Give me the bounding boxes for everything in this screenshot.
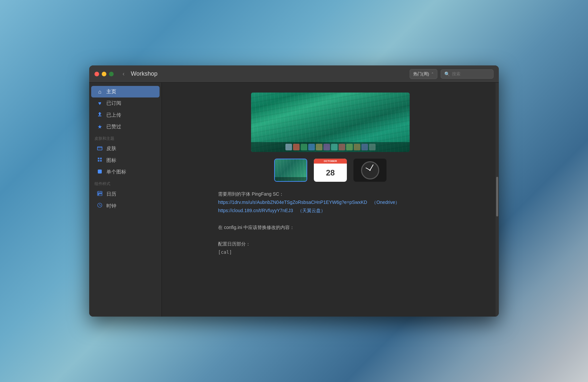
main-content: OCTOBER 28 需要用到的字 xyxy=(162,83,499,317)
minimize-button[interactable] xyxy=(102,72,106,76)
sidebar-item-label: 日历 xyxy=(106,191,116,197)
svg-rect-2 xyxy=(98,170,102,173)
sort-label: 热门(周) xyxy=(413,71,429,77)
sidebar-item-single-icon[interactable]: 单个图标 xyxy=(91,166,160,178)
section-label-skins: 皮肤和主题 xyxy=(89,133,162,143)
tianyiyunpan-link[interactable]: https://cloud.189.cn/t/RVfuyyY7nEJ3 （天翼云… xyxy=(218,208,325,213)
svg-rect-9 xyxy=(101,193,101,194)
section-label-widgets: 组件样式 xyxy=(89,178,162,188)
scrollbar-thumb[interactable] xyxy=(496,177,498,216)
search-input[interactable] xyxy=(452,71,490,76)
sidebar-item-subscribed[interactable]: ♥ 已订阅 xyxy=(91,97,160,109)
sidebar: ⌂ 主页 ♥ 已订阅 已上传 ★ 已赞过 皮肤和主题 xyxy=(89,83,162,317)
content-area: ⌂ 主页 ♥ 已订阅 已上传 ★ 已赞过 皮肤和主题 xyxy=(89,83,499,317)
sidebar-item-icons[interactable]: 图标 xyxy=(91,154,160,166)
thumbnail-wallpaper[interactable] xyxy=(274,159,307,182)
close-button[interactable] xyxy=(94,72,99,76)
sidebar-item-calendar[interactable]: 日历 xyxy=(91,188,160,200)
svg-rect-0 xyxy=(97,147,102,150)
upload-icon xyxy=(96,112,103,118)
onedrive-link[interactable]: https://1drv.ms/u/s!AubnbZN04eTSgZoRsbsa… xyxy=(218,200,400,205)
clock-center-dot xyxy=(369,170,371,171)
sidebar-item-label: 已赞过 xyxy=(106,124,121,130)
search-icon: 🔍 xyxy=(444,71,450,77)
sidebar-item-label: 已上传 xyxy=(106,112,121,118)
maximize-button[interactable] xyxy=(109,72,114,76)
sort-dropdown[interactable]: 热门(周) ⌃ xyxy=(410,69,437,79)
sidebar-item-clock[interactable]: 时钟 xyxy=(91,200,160,212)
skin-icon xyxy=(96,146,103,152)
svg-rect-8 xyxy=(99,193,100,194)
home-icon: ⌂ xyxy=(96,89,103,95)
preview-dock xyxy=(251,142,410,152)
calendar-month-label: OCTOBER xyxy=(314,159,347,164)
font-note-label: 需要用到的字体 PingFang SC： xyxy=(218,191,284,197)
sidebar-item-liked[interactable]: ★ 已赞过 xyxy=(91,121,160,133)
preview-image xyxy=(251,93,410,152)
config-note-label: 在 config.ini 中应该替换修改的内容： xyxy=(218,225,294,230)
star-icon: ★ xyxy=(96,124,103,130)
sidebar-item-label: 图标 xyxy=(106,157,116,164)
sidebar-item-label: 主页 xyxy=(106,89,116,95)
search-box[interactable]: 🔍 xyxy=(441,69,494,79)
calendar-date: 28 xyxy=(314,164,347,182)
single-icon-icon xyxy=(96,169,103,175)
title-bar: ‹ Workshop 热门(周) ⌃ 🔍 xyxy=(89,65,499,83)
svg-rect-7 xyxy=(98,193,99,194)
page-title: Workshop xyxy=(131,70,410,77)
sidebar-item-uploaded[interactable]: 已上传 xyxy=(91,109,160,121)
sidebar-item-label: 皮肤 xyxy=(106,145,116,152)
thumbnail-calendar[interactable]: OCTOBER 28 xyxy=(314,159,347,182)
cal-section-label: 配置日历部分： xyxy=(218,241,250,247)
main-window: ‹ Workshop 热门(周) ⌃ 🔍 ⌂ 主页 ♥ 已订阅 xyxy=(89,65,499,317)
thumbnails-row: OCTOBER 28 xyxy=(172,159,489,182)
clock-face xyxy=(361,161,379,179)
chevron-down-icon: ⌃ xyxy=(431,72,434,76)
sidebar-item-label: 时钟 xyxy=(106,203,116,209)
traffic-lights xyxy=(94,72,114,76)
svg-line-13 xyxy=(100,205,101,206)
clock-icon xyxy=(96,203,103,209)
sidebar-item-label: 已订阅 xyxy=(106,100,121,106)
cal-code-label: [cal] xyxy=(218,249,232,255)
sidebar-item-home[interactable]: ⌂ 主页 xyxy=(91,86,160,97)
thumbnail-clock[interactable] xyxy=(353,159,386,182)
scrollbar[interactable] xyxy=(496,83,499,317)
heart-icon: ♥ xyxy=(96,100,103,106)
calendar-icon xyxy=(96,191,103,197)
description-block: 需要用到的字体 PingFang SC： https://1drv.ms/u/s… xyxy=(218,190,443,257)
icons-icon xyxy=(96,157,103,164)
back-button[interactable]: ‹ xyxy=(119,69,128,79)
sidebar-item-label: 单个图标 xyxy=(106,169,126,175)
svg-rect-10 xyxy=(98,194,99,195)
sidebar-item-skin[interactable]: 皮肤 xyxy=(91,143,160,154)
